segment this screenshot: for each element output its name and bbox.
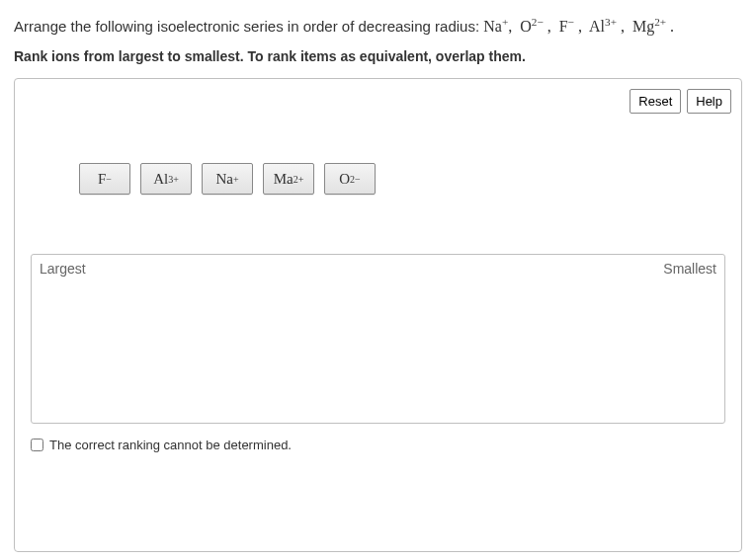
ion-tile-o-2minus[interactable]: O2− bbox=[324, 163, 376, 195]
ion-tile-al-3plus[interactable]: Al3+ bbox=[140, 163, 192, 195]
question-prompt: Arrange the following isoelectronic seri… bbox=[14, 14, 742, 39]
ion-tile-f-minus[interactable]: F− bbox=[79, 163, 130, 195]
prompt-series: Na+, O2− , F− , Al3+ , Mg2+ . bbox=[483, 18, 674, 35]
ranking-drop-zone[interactable]: Largest Smallest bbox=[31, 254, 725, 424]
ion-tile-ma-2plus[interactable]: Ma2+ bbox=[263, 163, 314, 195]
reset-button[interactable]: Reset bbox=[630, 89, 681, 114]
drop-label-smallest: Smallest bbox=[663, 261, 716, 277]
help-button[interactable]: Help bbox=[687, 89, 731, 114]
cannot-determine-label: The correct ranking cannot be determined… bbox=[49, 438, 292, 452]
cannot-determine-checkbox[interactable] bbox=[31, 439, 43, 451]
ranking-panel: Reset Help F− Al3+ Na+ Ma2+ O2− Largest … bbox=[14, 78, 742, 552]
drop-label-largest: Largest bbox=[40, 261, 86, 277]
panel-button-row: Reset Help bbox=[25, 89, 731, 114]
cannot-determine-row: The correct ranking cannot be determined… bbox=[31, 438, 731, 452]
prompt-text-before: Arrange the following isoelectronic seri… bbox=[14, 18, 483, 35]
ion-tile-row: F− Al3+ Na+ Ma2+ O2− bbox=[79, 163, 731, 195]
instructions-text: Rank ions from largest to smallest. To r… bbox=[14, 48, 742, 64]
ion-tile-na-plus[interactable]: Na+ bbox=[202, 163, 253, 195]
